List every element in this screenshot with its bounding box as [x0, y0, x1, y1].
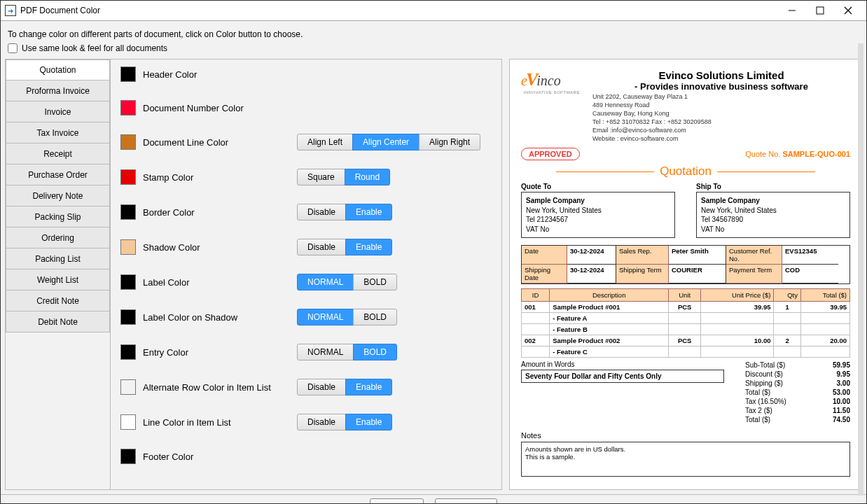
document-title: Quotation — [521, 164, 850, 178]
document-list-item[interactable]: Tax Invoice — [6, 122, 110, 144]
top-controls: To change color on different parts of do… — [1, 21, 866, 55]
option-group: NORMALBOLD — [297, 344, 397, 360]
window-body: To change color on different parts of do… — [1, 21, 866, 504]
document-list-item[interactable]: Proforma Invoice — [6, 80, 110, 102]
color-swatch[interactable] — [120, 309, 136, 325]
option-button[interactable]: BOLD — [353, 344, 397, 360]
option-button[interactable]: Enable — [345, 379, 392, 396]
document-list: QuotationProforma InvoiceInvoiceTax Invo… — [6, 59, 111, 489]
document-list-item[interactable]: Packing Slip — [6, 206, 110, 227]
row-label: Footer Color — [143, 451, 297, 462]
option-button[interactable]: Square — [297, 169, 345, 186]
option-group: NORMALBOLD — [297, 309, 397, 326]
color-swatch[interactable] — [120, 100, 136, 115]
color-row: Entry ColorNORMALBOLD — [120, 344, 492, 360]
row-label: Document Line Color — [143, 137, 297, 148]
same-look-checkbox[interactable]: Use same look & feel for all documents — [8, 43, 859, 53]
color-swatch[interactable] — [120, 204, 136, 220]
row-label: Line Color in Item List — [143, 417, 297, 428]
color-row: Shadow ColorDisableEnable — [120, 239, 492, 255]
scrollbar[interactable] — [858, 43, 863, 496]
notes-box: Amounts shown are in US dollars.This is … — [521, 442, 850, 477]
option-button[interactable]: Disable — [297, 204, 346, 220]
color-row: Border ColorDisableEnable — [120, 204, 492, 220]
document-list-item[interactable]: Ordering — [6, 227, 110, 248]
option-button[interactable]: NORMAL — [297, 344, 354, 360]
cancel-label: Cancel — [459, 502, 485, 505]
email-line: Email :info@evinco-software.com — [592, 127, 850, 134]
color-swatch[interactable] — [120, 66, 136, 82]
color-row: Footer Color — [120, 449, 492, 464]
approved-stamp: APPROVED — [521, 148, 580, 160]
option-button[interactable]: Align Left — [297, 134, 353, 150]
preview-panel: eVinco INNOVATIVE SOFTWARE Evinco Soluti… — [509, 59, 862, 490]
option-button[interactable]: BOLD — [353, 309, 397, 326]
color-swatch[interactable] — [120, 344, 136, 360]
option-button[interactable]: Enable — [345, 204, 392, 220]
company-logo: eVinco INNOVATIVE SOFTWARE — [521, 69, 583, 142]
color-swatch[interactable] — [120, 274, 136, 290]
row-label: Shadow Color — [143, 242, 297, 253]
info-grid: Date30-12-2024Sales Rep.Peter SmithCusto… — [521, 245, 850, 284]
minimize-button[interactable] — [778, 1, 806, 20]
tel-line: Tel : +852 31070832 Fax : +852 30209588 — [592, 118, 850, 125]
maximize-button[interactable] — [806, 1, 834, 20]
color-swatch[interactable] — [120, 414, 136, 430]
color-row: Alternate Row Color in Item ListDisableE… — [120, 379, 492, 396]
color-row: Stamp ColorSquareRound — [120, 169, 492, 186]
footer-bar: ✔Save ✖Cancel — [1, 494, 866, 504]
company-subtitle: - Provides innovative business software — [592, 81, 850, 92]
option-button[interactable]: Disable — [297, 239, 346, 255]
svg-rect-1 — [817, 7, 824, 14]
color-settings: Header ColorDocument Number ColorDocumen… — [111, 59, 501, 489]
save-button[interactable]: ✔Save — [370, 498, 424, 505]
document-list-item[interactable]: Packing List — [6, 248, 110, 270]
option-button[interactable]: Disable — [297, 379, 346, 396]
same-look-input[interactable] — [8, 43, 18, 53]
color-swatch[interactable] — [120, 169, 136, 185]
x-icon: ✖ — [447, 501, 455, 505]
option-button[interactable]: Round — [345, 169, 390, 186]
option-group: DisableEnable — [297, 204, 392, 220]
option-button[interactable]: Align Right — [419, 134, 480, 150]
row-label: Document Number Color — [143, 103, 297, 113]
document-list-item[interactable]: Receipt — [6, 144, 110, 164]
option-group: Align LeftAlign CenterAlign Right — [297, 134, 480, 150]
document-list-item[interactable]: Invoice — [6, 102, 110, 122]
option-button[interactable]: NORMAL — [297, 309, 354, 326]
option-group: DisableEnable — [297, 239, 392, 255]
option-button[interactable]: NORMAL — [297, 274, 354, 290]
document-list-item[interactable]: Purchase Order — [6, 164, 110, 186]
cancel-button[interactable]: ✖Cancel — [435, 498, 497, 505]
quote-to-box: Sample CompanyNew York, United StatesTel… — [521, 192, 675, 238]
color-swatch[interactable] — [120, 239, 136, 255]
document-list-item[interactable]: Delivery Note — [6, 186, 110, 206]
option-button[interactable]: Enable — [345, 239, 392, 255]
document-list-item[interactable]: Weight List — [6, 270, 110, 290]
addr-line: Unit 2202, Causeway Bay Plaza 1 — [592, 93, 850, 100]
color-row: Line Color in Item ListDisableEnable — [120, 414, 492, 430]
row-label: Border Color — [143, 207, 297, 218]
color-swatch[interactable] — [120, 449, 136, 464]
color-row: Header Color — [120, 66, 492, 82]
document-list-item[interactable]: Credit Note — [6, 290, 110, 312]
document-list-item[interactable]: Quotation — [6, 59, 110, 80]
document-list-item[interactable]: Debit Note — [6, 312, 110, 332]
option-group: DisableEnable — [297, 414, 392, 430]
items-table: IDDescriptionUnitUnit Price ($)QtyTotal … — [521, 288, 850, 358]
preview-header: eVinco INNOVATIVE SOFTWARE Evinco Soluti… — [521, 69, 850, 142]
totals-block: Sub-Total ($)59.95Discount ($)9.95Shippi… — [745, 360, 850, 424]
color-swatch[interactable] — [120, 379, 136, 395]
option-button[interactable]: Enable — [345, 414, 392, 430]
row-label: Stamp Color — [143, 172, 297, 183]
amount-in-words: Seventy Four Dollar and Fifty Cents Only — [521, 370, 724, 383]
option-button[interactable]: Align Center — [352, 134, 419, 150]
web-line: Website : evinco-software.com — [592, 135, 850, 142]
close-button[interactable] — [834, 1, 862, 20]
color-swatch[interactable] — [120, 134, 136, 150]
color-row: Document Line ColorAlign LeftAlign Cente… — [120, 134, 492, 150]
ship-to-box: Sample CompanyNew York, United StatesTel… — [696, 192, 850, 238]
option-button[interactable]: BOLD — [353, 274, 397, 290]
option-button[interactable]: Disable — [297, 414, 346, 430]
app-icon: ➜ — [5, 5, 16, 16]
